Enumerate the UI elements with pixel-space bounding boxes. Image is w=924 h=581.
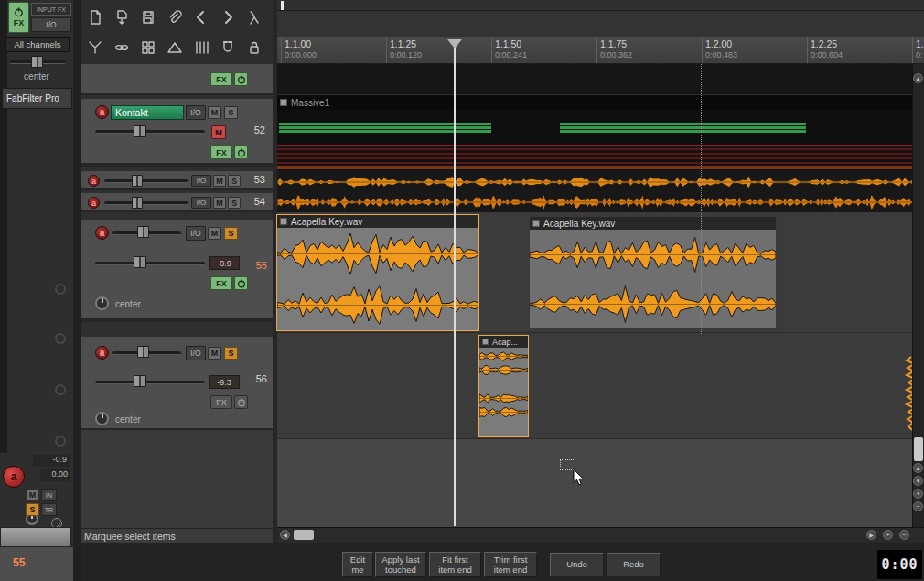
io-button[interactable]: I/O: [186, 226, 206, 241]
razor-icon[interactable]: [242, 5, 266, 29]
zoom-out-button[interactable]: −: [899, 530, 909, 540]
solo-button[interactable]: S: [228, 197, 241, 209]
scroll-up-button[interactable]: ▲: [913, 73, 923, 83]
io-button[interactable]: I/O: [186, 105, 206, 120]
record-arm-button[interactable]: a: [88, 175, 100, 187]
send-knob-2[interactable]: [55, 333, 66, 344]
fx-button[interactable]: FX: [210, 145, 232, 159]
send-knob-4[interactable]: [55, 436, 66, 447]
volume-slider[interactable]: [95, 381, 205, 384]
track-name-field[interactable]: Kontakt: [111, 105, 184, 120]
mute-button[interactable]: M: [26, 489, 39, 501]
mute-button[interactable]: M: [208, 347, 221, 360]
volume-slider[interactable]: [104, 201, 188, 205]
fx-power-button[interactable]: [234, 145, 248, 159]
volume-slider[interactable]: [95, 130, 205, 134]
mute-toggled-button[interactable]: M: [211, 125, 226, 139]
funnel-icon[interactable]: [82, 35, 107, 59]
record-arm-button[interactable]: a: [95, 346, 109, 360]
audio-item-2[interactable]: Acapella Key.wav: [529, 216, 777, 329]
track-panel-55[interactable]: a I/O M S -0.9 55 FX center: [81, 220, 273, 322]
volume-slider-handle[interactable]: [132, 197, 143, 209]
track-panel-53[interactable]: a I/O M S 53: [81, 171, 273, 190]
mute-button[interactable]: M: [208, 106, 221, 119]
arrange-top-bar[interactable]: [277, 0, 924, 11]
pan-knob[interactable]: [95, 412, 109, 425]
horizontal-scrollbar-handle[interactable]: [294, 530, 314, 540]
pan-slider-handle[interactable]: [31, 56, 43, 68]
save-icon[interactable]: [135, 5, 160, 29]
volume-slider-handle[interactable]: [134, 125, 146, 137]
horizontal-scrollbar[interactable]: [277, 527, 924, 543]
send-knob-3[interactable]: [55, 384, 66, 395]
io-button[interactable]: I/O: [191, 175, 211, 187]
magnet-icon[interactable]: [215, 35, 240, 59]
apply-last-touched-button[interactable]: Apply last touched: [375, 552, 426, 577]
undo-button[interactable]: Undo: [550, 553, 604, 576]
zoom-out-vertical-button[interactable]: −: [913, 501, 923, 511]
solo-button[interactable]: S: [224, 106, 238, 119]
send-knob-1[interactable]: [55, 284, 66, 295]
mute-button[interactable]: M: [213, 175, 226, 187]
input-button[interactable]: IN: [41, 489, 57, 501]
record-arm-button[interactable]: a: [3, 466, 25, 488]
item-header[interactable]: Acapella Key.wav: [277, 215, 478, 228]
track-panel-56[interactable]: a I/O M S -9.3 56 FX center: [81, 337, 273, 430]
name-slider-handle[interactable]: [137, 346, 149, 358]
master-fader-block[interactable]: [0, 527, 71, 547]
io-button[interactable]: I/O: [31, 17, 71, 32]
fit-first-item-end-button[interactable]: Fit first item end: [429, 552, 481, 577]
mute-button[interactable]: M: [213, 197, 226, 209]
scroll-right-button[interactable]: ▶: [866, 530, 876, 540]
audio-item-1[interactable]: Acapella Key.wav: [276, 214, 479, 331]
io-button[interactable]: I/O: [186, 346, 206, 360]
track-panel-partial[interactable]: FX: [81, 64, 273, 95]
envelope-icon[interactable]: [162, 35, 187, 59]
arrange-lane-armed[interactable]: [277, 64, 924, 94]
solo-button[interactable]: S: [26, 503, 39, 516]
zoom-in-vertical-button[interactable]: +: [913, 489, 923, 499]
trim-button[interactable]: TR: [41, 503, 57, 516]
edit-me-button[interactable]: Edit me: [342, 552, 373, 577]
solo-button[interactable]: S: [224, 347, 238, 360]
midi-item-massive1[interactable]: Massive1: [277, 94, 924, 110]
fx-power-button[interactable]: [234, 276, 248, 290]
fx-power-button[interactable]: [234, 395, 248, 409]
redo-button[interactable]: Redo: [607, 553, 661, 576]
volume-slider-handle[interactable]: [134, 256, 146, 268]
record-arm-button[interactable]: a: [95, 226, 109, 240]
io-button[interactable]: I/O: [191, 197, 211, 209]
solo-button[interactable]: S: [224, 227, 238, 240]
dock-divider[interactable]: [73, 0, 81, 581]
channel-selector-button[interactable]: All channels: [5, 37, 70, 52]
forward-arrow-icon[interactable]: [215, 5, 240, 29]
fx-button[interactable]: FX: [210, 395, 232, 409]
item-header[interactable]: Acap...: [479, 336, 528, 348]
arrange-lane-56[interactable]: [277, 333, 924, 439]
volume-slider-handle[interactable]: [134, 375, 146, 387]
scroll-left-button[interactable]: ◀: [280, 530, 290, 540]
paperclip-icon[interactable]: [162, 5, 187, 29]
grid-lines-icon[interactable]: [188, 35, 213, 59]
volume-slider-handle[interactable]: [132, 175, 143, 187]
trim-first-item-end-button[interactable]: Trim first item end: [484, 552, 537, 577]
lock-icon[interactable]: [242, 35, 266, 59]
empty-track-area[interactable]: [81, 430, 273, 528]
new-file-icon[interactable]: [82, 5, 107, 29]
fx-slot-fabfilter[interactable]: FabFilter Pro: [2, 88, 72, 109]
input-fx-enable-button[interactable]: FX: [8, 2, 29, 33]
fx-button[interactable]: FX: [210, 276, 232, 290]
zoom-in-button[interactable]: +: [883, 530, 893, 540]
scroll-down-button[interactable]: ▼: [913, 476, 923, 486]
fx-button[interactable]: FX: [210, 72, 232, 86]
pan-knob[interactable]: [95, 296, 109, 310]
audio-item-3[interactable]: Acap...: [478, 335, 529, 437]
vertical-scrollbar-handle[interactable]: [914, 437, 923, 461]
solo-button[interactable]: S: [228, 175, 241, 187]
record-arm-button[interactable]: a: [88, 197, 100, 209]
mute-button[interactable]: M: [208, 227, 221, 240]
playhead-marker[interactable]: [447, 39, 462, 48]
track-panel-52[interactable]: a Kontakt I/O M S 52 M FX: [81, 99, 273, 167]
link-icon[interactable]: [109, 35, 134, 59]
grid-icon[interactable]: [135, 35, 160, 59]
